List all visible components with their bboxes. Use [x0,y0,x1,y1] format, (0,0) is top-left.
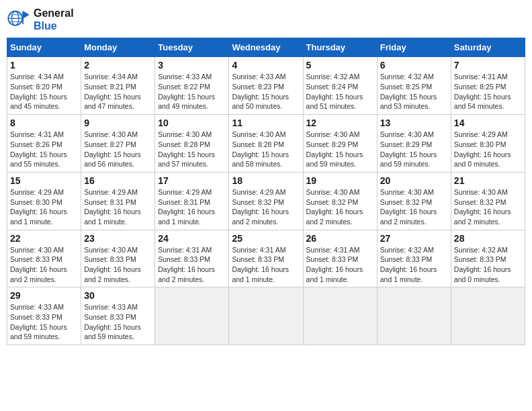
calendar-day-cell [303,287,377,345]
sunrise-label: Sunrise: 4:33 AM [158,73,212,81]
day-info: Sunrise: 4:29 AMSunset: 8:31 PMDaylight:… [158,187,226,227]
daylight-label: Daylight: 16 hours and 1 minute. [84,208,141,226]
calendar-day-cell: 19Sunrise: 4:30 AMSunset: 8:32 PMDayligh… [303,172,377,230]
sunrise-label: Sunrise: 4:29 AM [158,188,212,196]
day-number: 28 [454,233,522,244]
daylight-label: Daylight: 15 hours and 54 minutes. [454,93,511,111]
calendar-day-cell: 1Sunrise: 4:34 AMSunset: 8:20 PMDaylight… [7,57,81,115]
sunset-label: Sunset: 8:29 PM [380,140,433,148]
sunrise-label: Sunrise: 4:34 AM [84,73,138,81]
calendar-day-cell: 3Sunrise: 4:33 AMSunset: 8:22 PMDaylight… [155,57,229,115]
day-number: 29 [10,290,78,301]
daylight-label: Daylight: 15 hours and 49 minutes. [158,93,215,111]
day-info: Sunrise: 4:30 AMSunset: 8:28 PMDaylight:… [232,130,300,169]
day-info: Sunrise: 4:29 AMSunset: 8:30 PMDaylight:… [454,130,522,169]
sunset-label: Sunset: 8:33 PM [84,313,136,321]
calendar-day-cell: 17Sunrise: 4:29 AMSunset: 8:31 PMDayligh… [155,172,229,230]
day-info: Sunrise: 4:29 AMSunset: 8:31 PMDaylight:… [84,187,152,227]
sunrise-label: Sunrise: 4:33 AM [10,303,64,311]
calendar-table: SundayMondayTuesdayWednesdayThursdayFrid… [7,38,525,345]
daylight-label: Daylight: 16 hours and 2 minutes. [158,265,215,283]
day-info: Sunrise: 4:31 AMSunset: 8:25 PMDaylight:… [454,72,522,111]
daylight-label: Daylight: 16 hours and 2 minutes. [10,265,67,283]
day-info: Sunrise: 4:32 AMSunset: 8:24 PMDaylight:… [306,72,374,111]
day-number: 7 [454,60,522,71]
calendar-day-cell: 26Sunrise: 4:31 AMSunset: 8:33 PMDayligh… [303,230,377,287]
day-number: 15 [10,175,78,186]
sunset-label: Sunset: 8:32 PM [306,198,359,206]
column-header-thursday: Thursday [303,38,377,57]
logo: General Blue [7,7,74,32]
sunset-label: Sunset: 8:33 PM [10,313,62,321]
calendar-day-cell: 15Sunrise: 4:29 AMSunset: 8:30 PMDayligh… [7,172,81,230]
daylight-label: Daylight: 16 hours and 2 minutes. [84,265,141,283]
daylight-label: Daylight: 15 hours and 57 minutes. [158,150,215,169]
calendar-day-cell: 4Sunrise: 4:33 AMSunset: 8:23 PMDaylight… [229,57,303,115]
day-number: 11 [232,118,300,128]
calendar-day-cell: 24Sunrise: 4:31 AMSunset: 8:33 PMDayligh… [155,230,229,287]
sunrise-label: Sunrise: 4:29 AM [84,188,138,196]
column-header-sunday: Sunday [7,38,81,57]
column-header-monday: Monday [81,38,155,57]
calendar-day-cell: 6Sunrise: 4:32 AMSunset: 8:25 PMDaylight… [377,57,451,115]
sunrise-label: Sunrise: 4:30 AM [84,246,138,254]
sunrise-label: Sunrise: 4:30 AM [10,246,64,254]
sunset-label: Sunset: 8:31 PM [84,198,136,206]
daylight-label: Daylight: 15 hours and 53 minutes. [380,93,437,111]
day-number: 5 [306,60,374,71]
day-info: Sunrise: 4:33 AMSunset: 8:23 PMDaylight:… [232,72,300,111]
page-header: General Blue [7,7,525,32]
sunrise-label: Sunrise: 4:29 AM [232,188,285,196]
day-info: Sunrise: 4:30 AMSunset: 8:33 PMDaylight:… [10,245,78,285]
day-info: Sunrise: 4:32 AMSunset: 8:33 PMDaylight:… [380,245,448,285]
calendar-week-row: 22Sunrise: 4:30 AMSunset: 8:33 PMDayligh… [7,230,525,287]
daylight-label: Daylight: 15 hours and 55 minutes. [10,150,67,169]
day-number: 30 [84,290,152,301]
sunset-label: Sunset: 8:28 PM [232,140,284,148]
sunrise-label: Sunrise: 4:30 AM [306,130,360,138]
day-info: Sunrise: 4:30 AMSunset: 8:27 PMDaylight:… [84,130,152,169]
daylight-label: Daylight: 16 hours and 1 minute. [306,265,363,283]
logo-text: General Blue [34,7,74,32]
day-number: 16 [84,175,152,186]
sunrise-label: Sunrise: 4:34 AM [10,73,64,81]
sunrise-label: Sunrise: 4:29 AM [454,130,508,138]
sunset-label: Sunset: 8:25 PM [380,83,433,91]
calendar-day-cell: 8Sunrise: 4:31 AMSunset: 8:26 PMDaylight… [7,115,81,173]
sunset-label: Sunset: 8:24 PM [306,83,359,91]
calendar-day-cell: 29Sunrise: 4:33 AMSunset: 8:33 PMDayligh… [7,287,81,345]
calendar-day-cell [229,287,303,345]
calendar-day-cell: 21Sunrise: 4:30 AMSunset: 8:32 PMDayligh… [451,172,525,230]
daylight-label: Daylight: 16 hours and 2 minutes. [380,208,437,226]
column-header-tuesday: Tuesday [155,38,229,57]
daylight-label: Daylight: 15 hours and 45 minutes. [10,93,67,111]
calendar-day-cell: 2Sunrise: 4:34 AMSunset: 8:21 PMDaylight… [81,57,155,115]
day-number: 12 [306,118,374,128]
day-info: Sunrise: 4:29 AMSunset: 8:30 PMDaylight:… [10,187,78,227]
daylight-label: Daylight: 15 hours and 59 minutes. [306,150,363,169]
day-number: 23 [84,233,152,244]
day-info: Sunrise: 4:30 AMSunset: 8:29 PMDaylight:… [306,130,374,169]
day-info: Sunrise: 4:31 AMSunset: 8:33 PMDaylight:… [158,245,226,285]
sunrise-label: Sunrise: 4:30 AM [158,130,212,138]
day-info: Sunrise: 4:33 AMSunset: 8:33 PMDaylight:… [10,302,78,342]
column-header-friday: Friday [377,38,451,57]
daylight-label: Daylight: 16 hours and 1 minute. [10,208,67,226]
day-info: Sunrise: 4:31 AMSunset: 8:33 PMDaylight:… [306,245,374,285]
sunrise-label: Sunrise: 4:30 AM [84,130,138,138]
sunset-label: Sunset: 8:33 PM [232,255,284,263]
calendar-day-cell: 13Sunrise: 4:30 AMSunset: 8:29 PMDayligh… [377,115,451,173]
daylight-label: Daylight: 15 hours and 58 minutes. [232,150,289,169]
sunset-label: Sunset: 8:28 PM [158,140,210,148]
sunset-label: Sunset: 8:21 PM [84,83,136,91]
calendar-day-cell [451,287,525,345]
calendar-day-cell: 27Sunrise: 4:32 AMSunset: 8:33 PMDayligh… [377,230,451,287]
day-number: 14 [454,118,522,128]
sunrise-label: Sunrise: 4:32 AM [380,73,434,81]
calendar-week-row: 8Sunrise: 4:31 AMSunset: 8:26 PMDaylight… [7,115,525,173]
daylight-label: Daylight: 16 hours and 1 minute. [158,208,215,226]
logo-icon [7,10,31,29]
daylight-label: Daylight: 15 hours and 59 minutes. [84,323,141,341]
calendar-week-row: 15Sunrise: 4:29 AMSunset: 8:30 PMDayligh… [7,172,525,230]
daylight-label: Daylight: 15 hours and 59 minutes. [10,323,67,341]
